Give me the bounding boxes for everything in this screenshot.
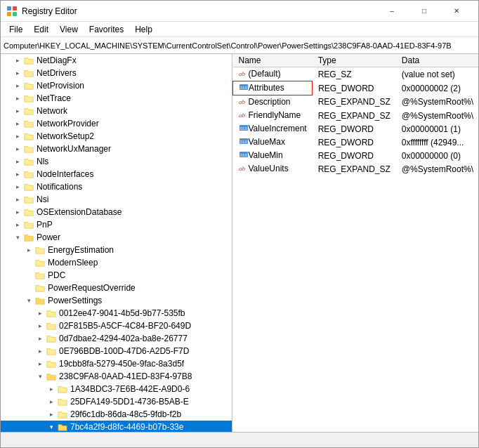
detail-name-cell: 010ValueIncrement xyxy=(233,122,313,136)
expand-arrow-icon[interactable]: ▸ xyxy=(12,155,23,168)
tree-item[interactable]: ▸02F815B5-A5CF-4C84-BF20-649D xyxy=(1,319,232,332)
tree-item[interactable]: ▸Nsi xyxy=(1,193,232,206)
expand-arrow-icon[interactable]: ▸ xyxy=(12,117,23,130)
tree-item[interactable]: ▸29f6c1db-86da-48c5-9fdb-f2b xyxy=(1,408,232,421)
tree-item[interactable]: ▸0E796BDB-100D-47D6-A2D5-F7D xyxy=(1,345,232,357)
expand-arrow-icon[interactable]: ▸ xyxy=(12,67,23,79)
tree-item[interactable]: ▸NetworkProvider xyxy=(1,117,232,130)
expand-arrow-icon[interactable]: ▸ xyxy=(12,79,23,92)
tree-item[interactable]: ▸PnP xyxy=(1,218,232,231)
detail-row[interactable]: abDescriptionREG_EXPAND_SZ@%SystemRoot%\ xyxy=(233,95,479,110)
expand-arrow-icon[interactable]: ▾ xyxy=(23,294,34,307)
tree-item[interactable]: ▸Network xyxy=(1,105,232,117)
tree-item[interactable]: PowerRequestOverride xyxy=(1,282,232,294)
tree-item[interactable]: PDC xyxy=(1,269,232,282)
expand-arrow-icon[interactable]: ▸ xyxy=(23,244,34,256)
tree-item[interactable]: ▸NodeInterfaces xyxy=(1,168,232,180)
expand-arrow-icon[interactable]: ▸ xyxy=(34,319,46,332)
expand-arrow-icon[interactable] xyxy=(23,256,34,269)
tree-item-label: Network xyxy=(37,106,67,116)
menu-file[interactable]: File xyxy=(4,23,28,36)
tree-item-label: 0d7dbae2-4294-402a-ba8e-26777 xyxy=(59,334,188,343)
tree-item-label: 0E796BDB-100D-47D6-A2D5-F7D xyxy=(59,346,189,356)
menu-favorites[interactable]: Favorites xyxy=(84,23,129,36)
expand-arrow-icon[interactable]: ▾ xyxy=(34,370,46,383)
tree-item[interactable]: ▸0d7dbae2-4294-402a-ba8e-26777 xyxy=(1,332,232,345)
expand-arrow-icon[interactable]: ▸ xyxy=(34,307,46,319)
expand-arrow-icon[interactable]: ▸ xyxy=(12,54,23,67)
tree-item[interactable]: ▸NetProvision xyxy=(1,79,232,92)
tree-item[interactable]: ▸NetworkSetup2 xyxy=(1,130,232,143)
tree-item[interactable]: ▸Notifications xyxy=(1,180,232,193)
expand-arrow-icon[interactable]: ▾ xyxy=(12,231,23,244)
close-button[interactable]: ✕ xyxy=(440,1,473,22)
folder-icon xyxy=(23,169,34,180)
minimize-button[interactable]: – xyxy=(376,1,408,22)
tree-item-label: 29f6c1db-86da-48c5-9fdb-f2b xyxy=(70,409,181,419)
detail-row[interactable]: 010ValueIncrementREG_DWORD0x00000001 (1) xyxy=(233,122,479,136)
expand-arrow-icon[interactable]: ▸ xyxy=(12,206,23,218)
detail-name-cell: ab(Default) xyxy=(233,67,313,81)
detail-row[interactable]: abValueUnitsREG_EXPAND_SZ@%SystemRoot%\ xyxy=(233,162,479,176)
expand-arrow-icon[interactable]: ▸ xyxy=(12,105,23,117)
tree-item-label: Nsi xyxy=(37,195,48,204)
tree-item[interactable]: ModernSleep xyxy=(1,256,232,269)
expand-arrow-icon[interactable]: ▸ xyxy=(46,395,57,408)
expand-arrow-icon[interactable]: ▸ xyxy=(34,345,46,357)
tree-item[interactable]: ▾Power xyxy=(1,231,232,244)
tree-item[interactable]: ▸NetworkUxManager xyxy=(1,143,232,155)
expand-arrow-icon[interactable]: ▸ xyxy=(46,408,57,421)
expand-arrow-icon[interactable] xyxy=(23,282,34,294)
detail-row[interactable]: abFriendlyNameREG_EXPAND_SZ@%SystemRoot%… xyxy=(233,109,479,122)
tree-item[interactable]: ▾PowerSettings xyxy=(1,294,232,307)
tree-item[interactable]: ▸1A34BDC3-7E6B-442E-A9D0-6 xyxy=(1,383,232,395)
expand-arrow-icon[interactable]: ▸ xyxy=(12,193,23,206)
svg-rect-2 xyxy=(7,12,11,16)
tree-item-label: PDC xyxy=(48,270,65,280)
svg-rect-0 xyxy=(7,6,11,11)
ab-icon: ab xyxy=(239,70,249,80)
expand-arrow-icon[interactable]: ▸ xyxy=(12,218,23,231)
menu-help[interactable]: Help xyxy=(129,23,158,36)
expand-arrow-icon[interactable] xyxy=(23,269,34,282)
folder-icon xyxy=(23,93,34,104)
detail-row[interactable]: 010ValueMaxREG_DWORD0xffffffff (42949... xyxy=(233,136,479,149)
detail-pane[interactable]: Name Type Data ab(Default)REG_SZ(value n… xyxy=(232,54,478,432)
tree-item[interactable]: ▾7bc4a2f9-d8fc-4469-b07b-33e xyxy=(1,421,232,432)
menu-edit[interactable]: Edit xyxy=(28,23,54,36)
menu-view[interactable]: View xyxy=(54,23,84,36)
expand-arrow-icon[interactable]: ▸ xyxy=(12,168,23,180)
tree-item[interactable]: ▸EnergyEstimation xyxy=(1,244,232,256)
expand-arrow-icon[interactable]: ▸ xyxy=(46,383,57,395)
tree-item[interactable]: ▸OSExtensionDatabase xyxy=(1,206,232,218)
folder-icon xyxy=(57,396,68,407)
maximize-button[interactable]: □ xyxy=(408,1,440,22)
tree-item[interactable]: ▸Nls xyxy=(1,155,232,168)
tree-item[interactable]: ▾238C9FA8-0AAD-41ED-83F4-97B8 xyxy=(1,370,232,383)
folder-icon xyxy=(23,232,34,243)
dword-icon: 010 xyxy=(239,84,249,94)
expand-arrow-icon[interactable]: ▾ xyxy=(46,421,57,432)
detail-row[interactable]: 010ValueMinREG_DWORD0x00000000 (0) xyxy=(233,149,479,162)
tree-item[interactable]: ▸0012ee47-9041-4b5d-9b77-535fb xyxy=(1,307,232,319)
tree-pane[interactable]: ▸NetDiagFx▸NetDrivers▸NetProvision▸NetTr… xyxy=(1,54,232,432)
tree-item[interactable]: ▸19cbb8fa-5279-450e-9fac-8a3d5f xyxy=(1,357,232,370)
detail-name-text: Attributes xyxy=(249,83,284,93)
detail-row[interactable]: 010AttributesREG_DWORD0x00000002 (2) xyxy=(233,81,479,95)
tree-item[interactable]: ▸NetDiagFx xyxy=(1,54,232,67)
tree-item[interactable]: ▸NetDrivers xyxy=(1,67,232,79)
expand-arrow-icon[interactable]: ▸ xyxy=(34,357,46,370)
expand-arrow-icon[interactable]: ▸ xyxy=(12,92,23,105)
detail-type-cell: REG_SZ xyxy=(313,67,396,81)
expand-arrow-icon[interactable]: ▸ xyxy=(12,180,23,193)
detail-type-cell: REG_EXPAND_SZ xyxy=(313,95,396,110)
tree-item[interactable]: ▸25DFA149-5DD1-4736-B5AB-E xyxy=(1,395,232,408)
svg-text:010: 010 xyxy=(240,126,248,131)
expand-arrow-icon[interactable]: ▸ xyxy=(34,332,46,345)
tree-item[interactable]: ▸NetTrace xyxy=(1,92,232,105)
expand-arrow-icon[interactable]: ▸ xyxy=(12,130,23,143)
title-bar-left: Registry Editor xyxy=(6,6,77,17)
expand-arrow-icon[interactable]: ▸ xyxy=(12,143,23,155)
tree-item-label: Power xyxy=(37,232,60,242)
detail-row[interactable]: ab(Default)REG_SZ(value not set) xyxy=(233,67,479,81)
